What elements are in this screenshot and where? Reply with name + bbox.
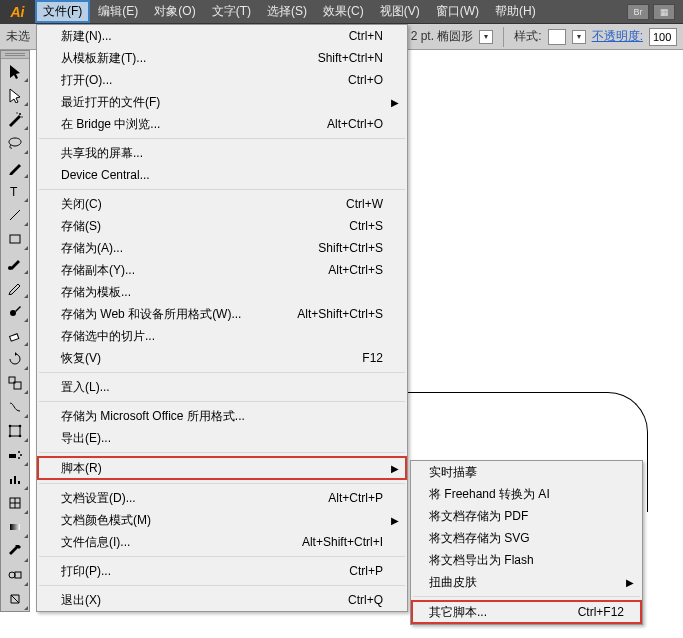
menu-separator: [39, 585, 405, 586]
menu-item[interactable]: 存储选中的切片...: [37, 325, 407, 347]
menu-item-label: 从模板新建(T)...: [61, 50, 318, 67]
menu-item[interactable]: 退出(X)Ctrl+Q: [37, 589, 407, 611]
menu-item[interactable]: 文档颜色模式(M)▶: [37, 509, 407, 531]
menu-item[interactable]: 从模板新建(T)...Shift+Ctrl+N: [37, 47, 407, 69]
tool-symbol-sprayer[interactable]: [1, 443, 29, 467]
menu-file[interactable]: 文件(F): [35, 0, 90, 23]
menu-item[interactable]: 在 Bridge 中浏览...Alt+Ctrl+O: [37, 113, 407, 135]
opacity-input[interactable]: [649, 28, 677, 46]
submenu-item-label: 将文档导出为 Flash: [429, 552, 624, 569]
submenu-item-label: 将文档存储为 PDF: [429, 508, 624, 525]
selection-status: 未选: [6, 28, 30, 45]
tool-direct-selection[interactable]: [1, 83, 29, 107]
menu-item[interactable]: 共享我的屏幕...: [37, 142, 407, 164]
svg-rect-26: [10, 524, 20, 530]
svg-point-18: [20, 454, 22, 456]
menu-item-label: 文档设置(D)...: [61, 490, 328, 507]
tool-rectangle[interactable]: [1, 227, 29, 251]
menu-edit[interactable]: 编辑(E): [90, 0, 146, 23]
menu-effect[interactable]: 效果(C): [315, 0, 372, 23]
menu-item[interactable]: 存储为 Web 和设备所用格式(W)...Alt+Shift+Ctrl+S: [37, 303, 407, 325]
style-dropdown-icon[interactable]: ▾: [572, 30, 586, 44]
tool-graph[interactable]: [1, 467, 29, 491]
tool-warp[interactable]: [1, 395, 29, 419]
menu-item-label: 脚本(R): [61, 460, 383, 477]
submenu-item[interactable]: 扭曲皮肤▶: [411, 571, 642, 593]
svg-rect-16: [9, 454, 16, 458]
menu-item[interactable]: 存储为 Microsoft Office 所用格式...: [37, 405, 407, 427]
tool-gradient[interactable]: [1, 515, 29, 539]
bridge-badge[interactable]: Br: [627, 4, 649, 20]
tool-lasso[interactable]: [1, 131, 29, 155]
menu-item[interactable]: 恢复(V)F12: [37, 347, 407, 369]
tool-blob-brush[interactable]: [1, 299, 29, 323]
menu-help[interactable]: 帮助(H): [487, 0, 544, 23]
menu-item[interactable]: 存储为模板...: [37, 281, 407, 303]
tool-mesh[interactable]: [1, 491, 29, 515]
tool-blend[interactable]: [1, 563, 29, 587]
svg-point-15: [19, 435, 22, 438]
submenu-item[interactable]: 其它脚本...Ctrl+F12: [411, 600, 642, 624]
svg-point-0: [19, 113, 21, 115]
stroke-preset[interactable]: 2 pt. 椭圆形: [411, 28, 474, 45]
script-submenu: 实时描摹将 Freehand 转换为 AI将文档存储为 PDF将文档存储为 SV…: [410, 460, 643, 625]
tool-eyedropper[interactable]: [1, 539, 29, 563]
menu-view[interactable]: 视图(V): [372, 0, 428, 23]
menu-item[interactable]: 关闭(C)Ctrl+W: [37, 193, 407, 215]
menu-select[interactable]: 选择(S): [259, 0, 315, 23]
tool-pencil[interactable]: [1, 275, 29, 299]
menu-item[interactable]: 置入(L)...: [37, 376, 407, 398]
menu-item-label: 最近打开的文件(F): [61, 94, 383, 111]
menu-text[interactable]: 文字(T): [204, 0, 259, 23]
menu-item[interactable]: Device Central...: [37, 164, 407, 186]
submenu-item[interactable]: 将 Freehand 转换为 AI: [411, 483, 642, 505]
menu-item-shortcut: Alt+Shift+Ctrl+S: [297, 307, 383, 321]
menu-item[interactable]: 最近打开的文件(F)▶: [37, 91, 407, 113]
menu-item[interactable]: 文档设置(D)...Alt+Ctrl+P: [37, 487, 407, 509]
menu-item[interactable]: 打印(P)...Ctrl+P: [37, 560, 407, 582]
menu-window[interactable]: 窗口(W): [428, 0, 487, 23]
submenu-item-label: 实时描摹: [429, 464, 624, 481]
stroke-dropdown-icon[interactable]: ▾: [479, 30, 493, 44]
style-swatch[interactable]: [548, 29, 566, 45]
menu-item[interactable]: 文件信息(I)...Alt+Shift+Ctrl+I: [37, 531, 407, 553]
tool-paintbrush[interactable]: [1, 251, 29, 275]
tool-rotate[interactable]: [1, 347, 29, 371]
toolbox-grip[interactable]: [1, 51, 29, 59]
tool-line[interactable]: [1, 203, 29, 227]
arrange-badge[interactable]: ▦: [653, 4, 675, 20]
menu-item[interactable]: 新建(N)...Ctrl+N: [37, 25, 407, 47]
menu-item[interactable]: 脚本(R)▶: [37, 456, 407, 480]
menu-item-label: 存储为(A)...: [61, 240, 318, 257]
tool-pen[interactable]: [1, 155, 29, 179]
menu-item-label: 存储为 Web 和设备所用格式(W)...: [61, 306, 297, 323]
tool-scale[interactable]: [1, 371, 29, 395]
menu-item[interactable]: 导出(E)...: [37, 427, 407, 449]
app-window: Ai 文件(F) 编辑(E) 对象(O) 文字(T) 选择(S) 效果(C) 视…: [0, 0, 683, 638]
submenu-item[interactable]: 将文档存储为 PDF: [411, 505, 642, 527]
menu-item[interactable]: 打开(O)...Ctrl+O: [37, 69, 407, 91]
menu-item-label: 关闭(C): [61, 196, 346, 213]
tool-magic-wand[interactable]: [1, 107, 29, 131]
menu-item[interactable]: 存储(S)Ctrl+S: [37, 215, 407, 237]
svg-point-13: [19, 425, 22, 428]
menu-item-label: 存储为 Microsoft Office 所用格式...: [61, 408, 383, 425]
svg-rect-22: [18, 481, 20, 484]
tool-eraser[interactable]: [1, 323, 29, 347]
menu-item-label: 导出(E)...: [61, 430, 383, 447]
menu-object[interactable]: 对象(O): [146, 0, 203, 23]
tool-free-transform[interactable]: [1, 419, 29, 443]
opacity-label[interactable]: 不透明度:: [592, 28, 643, 45]
menu-item[interactable]: 存储副本(Y)...Alt+Ctrl+S: [37, 259, 407, 281]
menu-item[interactable]: 存储为(A)...Shift+Ctrl+S: [37, 237, 407, 259]
svg-point-1: [16, 112, 17, 113]
submenu-item[interactable]: 实时描摹: [411, 461, 642, 483]
svg-text:T: T: [10, 185, 18, 199]
submenu-item[interactable]: 将文档存储为 SVG: [411, 527, 642, 549]
tool-live-paint[interactable]: [1, 587, 29, 611]
submenu-item[interactable]: 将文档导出为 Flash: [411, 549, 642, 571]
tool-type[interactable]: T: [1, 179, 29, 203]
submenu-item-label: 将 Freehand 转换为 AI: [429, 486, 624, 503]
menu-item-label: Device Central...: [61, 168, 383, 182]
tool-selection[interactable]: [1, 59, 29, 83]
